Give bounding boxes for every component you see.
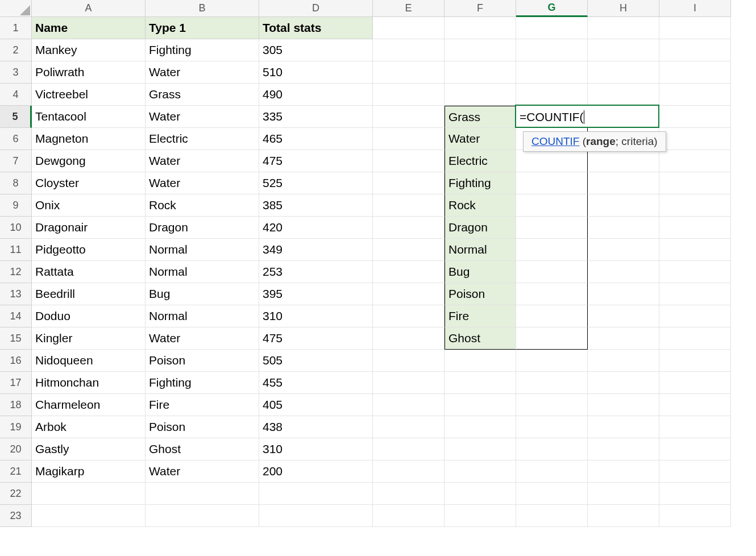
cell-B3[interactable]: Water [146,61,259,84]
cell-I18[interactable] [659,394,731,416]
cell-H7[interactable] [588,150,659,172]
row-header-2[interactable]: 2 [0,39,32,61]
cell-D22[interactable] [259,483,373,505]
cell-I9[interactable] [659,194,731,217]
cell-H9[interactable] [588,194,659,217]
cell-E8[interactable] [373,172,445,194]
cell-I8[interactable] [659,172,731,194]
col-header-D[interactable]: D [259,0,373,17]
cell-E15[interactable] [373,327,445,350]
cell-E19[interactable] [373,416,445,438]
row-header-11[interactable]: 11 [0,239,32,261]
cell-B2[interactable]: Fighting [146,39,259,61]
cell-G4[interactable] [516,84,588,106]
row-header-13[interactable]: 13 [0,283,32,305]
spreadsheet-grid[interactable]: ABDEFGHI1NameType 1Total stats2MankeyFig… [0,0,756,527]
cell-F12[interactable]: Bug [445,261,516,283]
col-header-B[interactable]: B [146,0,259,17]
cell-D19[interactable]: 438 [259,416,373,438]
cell-I20[interactable] [659,438,731,460]
cell-G5[interactable] [516,106,588,128]
cell-B16[interactable]: Poison [146,350,259,372]
cell-B7[interactable]: Water [146,150,259,172]
cell-H1[interactable] [588,17,659,39]
cell-E14[interactable] [373,305,445,327]
cell-E1[interactable] [373,17,445,39]
cell-H20[interactable] [588,438,659,460]
row-header-8[interactable]: 8 [0,172,32,194]
cell-E9[interactable] [373,194,445,217]
cell-B4[interactable]: Grass [146,84,259,106]
cell-B23[interactable] [146,505,259,527]
cell-D15[interactable]: 475 [259,327,373,350]
cell-I2[interactable] [659,39,731,61]
cell-G2[interactable] [516,39,588,61]
cell-F9[interactable]: Rock [445,194,516,217]
cell-F3[interactable] [445,61,516,84]
cell-B22[interactable] [146,483,259,505]
cell-F19[interactable] [445,416,516,438]
cell-A7[interactable]: Dewgong [32,150,146,172]
cell-E10[interactable] [373,217,445,239]
cell-I5[interactable] [659,106,731,128]
cell-G22[interactable] [516,483,588,505]
cell-D14[interactable]: 310 [259,305,373,327]
cell-H18[interactable] [588,394,659,416]
cell-A23[interactable] [32,505,146,527]
cell-F7[interactable]: Electric [445,150,516,172]
cell-B14[interactable]: Normal [146,305,259,327]
cell-I13[interactable] [659,283,731,305]
cell-D13[interactable]: 395 [259,283,373,305]
cell-H22[interactable] [588,483,659,505]
cell-I22[interactable] [659,483,731,505]
cell-D2[interactable]: 305 [259,39,373,61]
cell-B8[interactable]: Water [146,172,259,194]
cell-F5[interactable]: Grass [445,106,516,128]
cell-G1[interactable] [516,17,588,39]
row-header-20[interactable]: 20 [0,438,32,460]
cell-F6[interactable]: Water [445,128,516,150]
cell-B12[interactable]: Normal [146,261,259,283]
cell-I3[interactable] [659,61,731,84]
cell-B21[interactable]: Water [146,460,259,483]
select-all-corner[interactable] [0,0,32,17]
cell-F14[interactable]: Fire [445,305,516,327]
cell-E21[interactable] [373,460,445,483]
cell-F15[interactable]: Ghost [445,327,516,350]
cell-F8[interactable]: Fighting [445,172,516,194]
cell-F18[interactable] [445,394,516,416]
cell-A6[interactable]: Magneton [32,128,146,150]
cell-D1[interactable]: Total stats [259,17,373,39]
cell-D6[interactable]: 465 [259,128,373,150]
cell-A4[interactable]: Victreebel [32,84,146,106]
cell-A11[interactable]: Pidgeotto [32,239,146,261]
cell-F16[interactable] [445,350,516,372]
cell-B19[interactable]: Poison [146,416,259,438]
cell-H17[interactable] [588,372,659,394]
cell-E4[interactable] [373,84,445,106]
row-header-9[interactable]: 9 [0,194,32,217]
cell-E22[interactable] [373,483,445,505]
cell-I4[interactable] [659,84,731,106]
cell-B15[interactable]: Water [146,327,259,350]
cell-H4[interactable] [588,84,659,106]
cell-H23[interactable] [588,505,659,527]
cell-D20[interactable]: 310 [259,438,373,460]
cell-G10[interactable] [516,217,588,239]
cell-H10[interactable] [588,217,659,239]
row-header-18[interactable]: 18 [0,394,32,416]
cell-I1[interactable] [659,17,731,39]
cell-E17[interactable] [373,372,445,394]
cell-D7[interactable]: 475 [259,150,373,172]
col-header-H[interactable]: H [588,0,659,17]
cell-D3[interactable]: 510 [259,61,373,84]
cell-G15[interactable] [516,327,588,350]
cell-I19[interactable] [659,416,731,438]
cell-B9[interactable]: Rock [146,194,259,217]
cell-A1[interactable]: Name [32,17,146,39]
row-header-10[interactable]: 10 [0,217,32,239]
cell-G19[interactable] [516,416,588,438]
cell-B13[interactable]: Bug [146,283,259,305]
cell-H5[interactable] [588,106,659,128]
row-header-22[interactable]: 22 [0,483,32,505]
